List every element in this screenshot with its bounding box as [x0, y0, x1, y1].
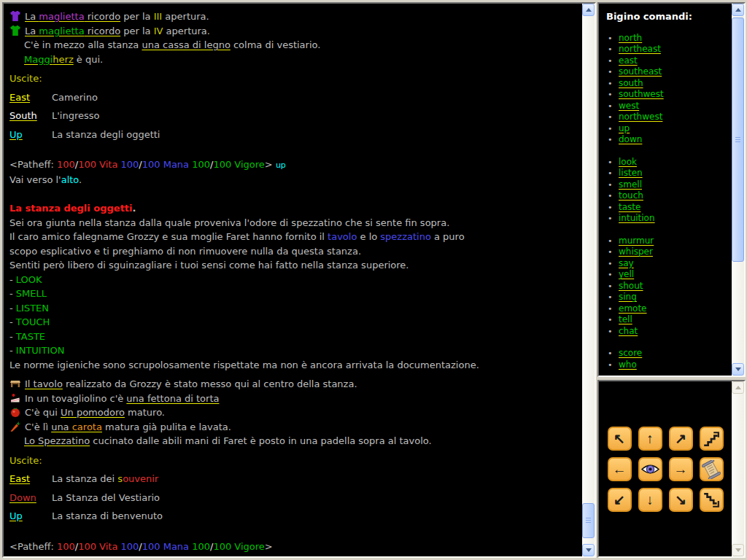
stairs-up-button[interactable] [700, 427, 724, 451]
command-link-sing[interactable]: sing [619, 292, 637, 302]
command-link-up[interactable]: up [619, 123, 630, 133]
command-link-smell[interactable]: smell [619, 179, 642, 190]
terminal-text: up [276, 160, 286, 170]
terminal-link[interactable]: ricordo [85, 26, 121, 36]
scrollbar-thumb[interactable] [732, 18, 744, 262]
terminal-line: Vai verso l'alto. [9, 173, 578, 187]
terminal-link[interactable]: Lo Spezzatino [24, 435, 90, 446]
look-button[interactable] [638, 457, 662, 481]
command-link-tell[interactable]: tell [619, 314, 632, 324]
scrollbar-thumb[interactable] [582, 503, 595, 538]
command-link-north[interactable]: north [619, 33, 642, 43]
terminal-scrollbar[interactable] [582, 4, 595, 556]
terminal-line: - TOUCH [9, 315, 578, 330]
terminal-link[interactable]: herz [53, 54, 73, 65]
tshirt-purple-icon [9, 10, 21, 22]
scroll-down-icon [735, 368, 741, 371]
terminal-link[interactable]: La [25, 11, 39, 22]
command-link-south[interactable]: south [619, 78, 643, 88]
terminal-link[interactable]: Maggi [24, 54, 53, 65]
command-group: •score•who [606, 348, 730, 370]
terminal-text: alto [61, 174, 79, 185]
terminal-text: > [265, 541, 273, 552]
terminal-link[interactable]: Il tavolo [25, 378, 63, 389]
terminal-link[interactable]: ricordo [85, 11, 121, 22]
bullet-icon: • [608, 314, 613, 326]
command-link-emote[interactable]: emote [619, 303, 647, 314]
terminal-text: - [9, 331, 16, 342]
terminal-link[interactable]: Down [9, 491, 52, 505]
command-link-listen[interactable]: listen [619, 168, 643, 178]
north-button[interactable]: ↑ [638, 427, 662, 451]
command-item: •northwest [606, 112, 730, 123]
bullet-icon: • [608, 44, 613, 55]
command-item: •say [606, 258, 730, 270]
terminal-line: Maggiherz è qui. [9, 52, 578, 67]
terminal-link[interactable]: carota [72, 421, 102, 432]
terminal-line: - SMELL [9, 287, 578, 301]
terminal-link[interactable]: South [9, 109, 52, 123]
bullet-icon: • [608, 157, 613, 168]
northeast-button[interactable]: ↗ [669, 427, 693, 451]
terminal-link[interactable]: maglietta [39, 26, 84, 36]
commands-scrollbar[interactable] [732, 4, 744, 376]
scroll-up-button[interactable] [582, 4, 595, 16]
command-link-murmur[interactable]: murmur [619, 236, 654, 246]
terminal-line: DownLa Stanza del Vestiario [9, 491, 578, 505]
terminal-link[interactable]: una cassa di legno [142, 39, 230, 50]
terminal-link[interactable]: East [9, 472, 52, 486]
terminal-text: In un tovagliolino c'è [25, 393, 126, 404]
command-link-northeast[interactable]: northeast [619, 44, 661, 54]
terminal-text: > [265, 159, 276, 170]
command-link-intuition[interactable]: intuition [619, 213, 655, 223]
terminal-line: La maglietta ricordo per la IV apertura. [9, 24, 578, 39]
command-link-who[interactable]: who [619, 359, 637, 370]
east-button[interactable]: → [669, 457, 693, 481]
scroll-up-button[interactable] [732, 4, 744, 16]
terminal-link[interactable]: maglietta [39, 11, 84, 22]
terminal-link[interactable]: Un pomodoro [61, 407, 125, 418]
command-link-taste[interactable]: taste [619, 202, 640, 212]
terminal-text: L'ingresso [52, 110, 99, 121]
keypad-scrollbar[interactable] [732, 381, 744, 556]
terminal-link[interactable]: La [25, 26, 39, 36]
southeast-button[interactable]: ↘ [669, 488, 693, 512]
command-link-look[interactable]: look [619, 157, 637, 167]
west-button[interactable]: ← [608, 457, 632, 481]
command-link-southeast[interactable]: southeast [619, 66, 662, 77]
terminal-link[interactable]: East [9, 90, 52, 105]
terminal-link[interactable]: una [51, 421, 72, 432]
terminal-link[interactable]: una fettona di torta [126, 393, 219, 404]
command-link-west[interactable]: west [619, 101, 639, 111]
command-link-northwest[interactable]: northwest [619, 112, 662, 122]
scroll-down-button[interactable] [582, 544, 595, 556]
command-link-down[interactable]: down [619, 134, 642, 144]
scroll-button[interactable] [700, 457, 724, 481]
northwest-button[interactable]: ↖ [608, 427, 632, 451]
command-link-whisper[interactable]: whisper [619, 246, 653, 257]
command-link-say[interactable]: say [619, 258, 634, 268]
scroll-down-button[interactable] [732, 363, 744, 376]
terminal-text: III [154, 11, 163, 22]
bullet-icon: • [608, 269, 613, 281]
bullet-icon: • [608, 359, 613, 371]
commands-panel: Bigino comandi: •north•northeast•east•so… [597, 2, 746, 377]
terminal-text: - [9, 288, 16, 299]
command-link-yell[interactable]: yell [619, 269, 634, 279]
command-link-chat[interactable]: chat [619, 326, 638, 336]
terminal-link[interactable]: Up [9, 509, 52, 524]
command-link-east[interactable]: east [619, 55, 638, 66]
south-button[interactable]: ↓ [638, 488, 662, 512]
bullet-icon: • [608, 258, 613, 270]
command-link-shout[interactable]: shout [619, 281, 643, 291]
bullet-icon: • [608, 89, 613, 101]
west-icon: ← [613, 462, 627, 476]
terminal-link[interactable]: Up [9, 128, 52, 142]
command-link-score[interactable]: score [619, 348, 642, 358]
command-link-southwest[interactable]: southwest [619, 89, 664, 99]
terminal-text: . [133, 203, 136, 214]
stairs-down-button[interactable] [700, 488, 724, 512]
terminal-text: Sei ora giunta nella stanza dalla quale … [9, 217, 449, 228]
southwest-button[interactable]: ↙ [608, 488, 632, 512]
command-link-touch[interactable]: touch [619, 190, 643, 201]
